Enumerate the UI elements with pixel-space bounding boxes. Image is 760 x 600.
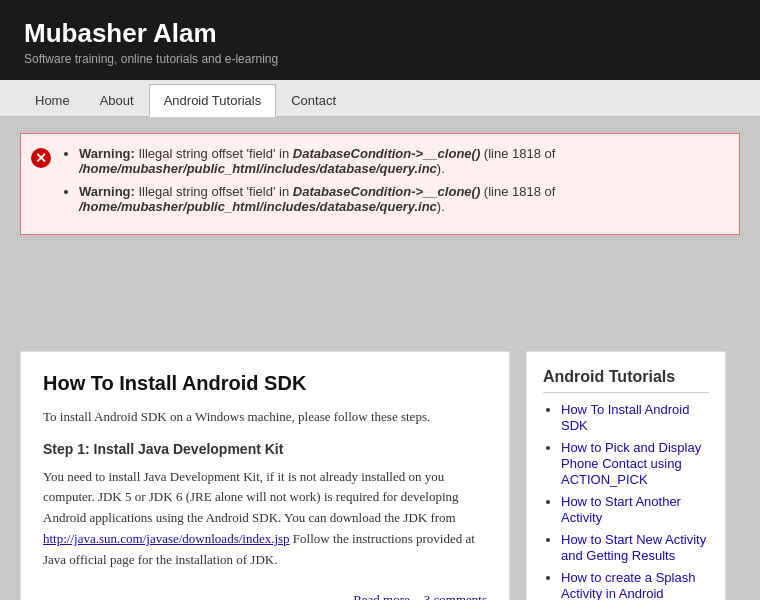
main-article: How To Install Android SDK To install An…: [20, 351, 510, 600]
sidebar-link[interactable]: How to Start Another Activity: [561, 494, 681, 525]
article-footer: Read more 3 comments: [43, 584, 487, 600]
sidebar-link[interactable]: How To Install Android SDK: [561, 402, 689, 433]
article-intro: To install Android SDK on a Windows mach…: [43, 407, 487, 427]
error-section: ✕ Warning: Illegal string offset 'field'…: [0, 117, 760, 251]
error-icon: ✕: [31, 148, 51, 168]
comments-count[interactable]: 3 comments: [424, 592, 487, 600]
gray-spacer: [0, 251, 760, 351]
error-list: Warning: Illegal string offset 'field' i…: [61, 146, 725, 222]
nav-item-about[interactable]: About: [85, 84, 149, 116]
article-title: How To Install Android SDK: [43, 372, 487, 395]
site-tagline: Software training, online tutorials and …: [24, 52, 736, 66]
site-header: Mubasher Alam Software training, online …: [0, 0, 760, 80]
nav-item-home[interactable]: Home: [20, 84, 85, 116]
nav-item-android-tutorials[interactable]: Android Tutorials: [149, 84, 277, 117]
sidebar-list-item: How to Start Another Activity: [561, 493, 709, 525]
sidebar-link[interactable]: How to Pick and Display Phone Contact us…: [561, 440, 701, 487]
error-item: Warning: Illegal string offset 'field' i…: [79, 184, 725, 214]
error-item: Warning: Illegal string offset 'field' i…: [79, 146, 725, 176]
site-title: Mubasher Alam: [24, 18, 736, 49]
sidebar-title: Android Tutorials: [543, 368, 709, 393]
article-step: Step 1: Install Java Development Kit: [43, 441, 487, 457]
sidebar: Android Tutorials How To Install Android…: [526, 351, 726, 600]
article-body-text: You need to install Java Development Kit…: [43, 469, 459, 526]
content-area: How To Install Android SDK To install An…: [0, 351, 760, 600]
sidebar-list-item: How To Install Android SDK: [561, 401, 709, 433]
sidebar-link[interactable]: How to create a Splash Activity in Andro…: [561, 570, 695, 600]
sidebar-link[interactable]: How to Start New Activity and Getting Re…: [561, 532, 706, 563]
nav-item-contact[interactable]: Contact: [276, 84, 351, 116]
navigation: HomeAboutAndroid TutorialsContact: [0, 80, 760, 117]
error-box: ✕ Warning: Illegal string offset 'field'…: [20, 133, 740, 235]
sidebar-list-item: How to Start New Activity and Getting Re…: [561, 531, 709, 563]
article-body: You need to install Java Development Kit…: [43, 467, 487, 571]
article-link[interactable]: http://java.sun.com/javase/downloads/ind…: [43, 531, 290, 546]
read-more-link[interactable]: Read more: [353, 592, 410, 600]
sidebar-list-item: How to Pick and Display Phone Contact us…: [561, 439, 709, 487]
sidebar-list: How To Install Android SDKHow to Pick an…: [543, 401, 709, 600]
sidebar-list-item: How to create a Splash Activity in Andro…: [561, 569, 709, 600]
